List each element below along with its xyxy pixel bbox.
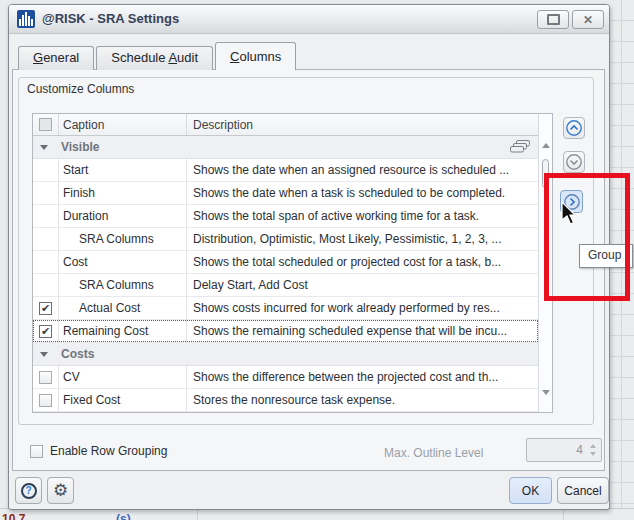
group-box-title: Customize Columns [27,82,134,96]
help-icon: ? [21,483,37,499]
columns-tab-page: Customize Columns Caption Description Vi… [12,69,605,471]
row-checkbox[interactable] [39,394,52,407]
grid-body: VisibleStartShows the date when an assig… [33,136,538,412]
description-cell: Shows costs incurred for work already pe… [187,297,538,319]
tab-columns[interactable]: Columns [215,42,296,70]
spinner-down-icon[interactable] [590,452,596,456]
screen: 10.7 (s) @RISK - SRA Settings ✕ [0,0,634,520]
window-title: @RISK - SRA Settings [42,5,179,33]
description-cell: Shows the total span of active working t… [187,205,538,227]
checkbox-cell [33,182,59,204]
spinner-value: 4 [576,439,583,461]
close-icon: ✕ [583,14,593,26]
close-button[interactable]: ✕ [572,10,604,29]
select-all-checkbox[interactable] [39,118,52,131]
red-annotation-rectangle [544,173,630,301]
caption-cell: Remaining Cost [59,320,187,342]
caption-cell: Start [59,159,187,181]
description-cell: Shows the remaining scheduled expense th… [187,320,538,342]
cancel-button[interactable]: Cancel [557,477,609,504]
grid-line [197,509,198,520]
description-cell: Shows the date when a task is scheduled … [187,182,538,204]
description-column-header[interactable]: Description [187,114,538,135]
maximize-icon [547,14,560,25]
caption-cell: Cost [59,251,187,273]
move-down-button[interactable] [563,151,585,173]
checkbox-cell: ✔ [33,320,59,342]
help-button[interactable]: ? [15,477,42,504]
collapse-triangle-icon[interactable] [40,352,48,357]
enable-row-grouping-checkbox[interactable] [30,445,43,458]
settings-button[interactable]: ⚙ ··· [47,477,74,504]
description-cell: Stores the nonresource task expense. [187,389,538,411]
pages-icon [510,140,532,156]
group-row-costs[interactable]: Costs [33,343,538,366]
maximize-button[interactable] [537,10,569,29]
checkbox-cell [33,251,59,273]
table-row-remaining-cost[interactable]: ✔Remaining CostShows the remaining sched… [33,320,538,343]
row-checkbox[interactable] [39,371,52,384]
scroll-up-icon[interactable] [542,143,550,148]
checkbox-cell [33,274,59,296]
chevron-up-icon [565,119,583,137]
max-outline-level-label: Max. Outline Level [384,446,483,460]
checkbox-cell [33,228,59,250]
spinner-up-icon[interactable] [590,444,596,448]
row-checkbox[interactable]: ✔ [39,325,52,338]
customize-columns-group: Customize Columns Caption Description Vi… [18,77,594,425]
scroll-down-icon[interactable] [542,390,550,395]
ok-button[interactable]: OK [509,477,552,504]
checkbox-cell [33,389,59,411]
group-row-label: Costs [61,347,94,361]
caption-cell: Finish [59,182,187,204]
clipped-cell-text: 10.7 [2,512,25,520]
group-row-label: Visible [61,140,99,154]
tab-bar: GeneralSchedule AuditColumns [18,42,298,70]
table-row-actual-cost[interactable]: ✔Actual CostShows costs incurred for wor… [33,297,538,320]
mouse-cursor [561,201,581,231]
row-checkbox[interactable]: ✔ [39,302,52,315]
description-cell: Shows the difference between the project… [187,366,538,388]
table-row-sra-columns[interactable]: SRA ColumnsDelay Start, Add Cost [33,274,538,297]
collapse-triangle-icon[interactable] [40,145,48,150]
table-row-cost[interactable]: CostShows the total scheduled or project… [33,251,538,274]
description-cell: Delay Start, Add Cost [187,274,538,296]
chevron-down-icon [565,153,583,171]
sra-settings-dialog: @RISK - SRA Settings ✕ GeneralSchedule A… [8,4,610,510]
table-row-start[interactable]: StartShows the date when an assigned res… [33,159,538,182]
enable-row-grouping-label: Enable Row Grouping [50,444,167,458]
select-all-cell [33,114,59,135]
checkbox-cell: ✔ [33,297,59,319]
gear-dots: ··· [48,489,73,496]
caption-cell: CV [59,366,187,388]
tab-schedule-audit[interactable]: Schedule Audit [96,46,213,70]
checkbox-cell [33,366,59,388]
table-row-cv[interactable]: CVShows the difference between the proje… [33,366,538,389]
grid-line [563,509,564,520]
grid-header: Caption Description [33,114,538,136]
checkbox-cell [33,205,59,227]
max-outline-level-spinner[interactable]: 4 [526,438,602,462]
table-row-duration[interactable]: DurationShows the total span of active w… [33,205,538,228]
columns-grid: Caption Description VisibleStartShows th… [32,113,553,413]
caption-cell: Duration [59,205,187,227]
table-row-sra-columns[interactable]: SRA ColumnsDistribution, Optimistic, Mos… [33,228,538,251]
clipped-cell-text: (s) [116,512,131,520]
title-bar[interactable]: @RISK - SRA Settings ✕ [9,5,609,34]
description-cell: Distribution, Optimistic, Most Likely, P… [187,228,538,250]
tab-general[interactable]: General [18,46,94,70]
caption-cell: Actual Cost [59,297,187,319]
table-row-fixed-cost[interactable]: Fixed CostStores the nonresource task ex… [33,389,538,412]
caption-cell: SRA Columns [59,228,187,250]
caption-column-header[interactable]: Caption [59,114,187,135]
checkbox-cell [33,159,59,181]
caption-cell: Fixed Cost [59,389,187,411]
caption-cell: SRA Columns [59,274,187,296]
risk-histogram-icon [17,10,35,28]
description-cell: Shows the date when an assigned resource… [187,159,538,181]
description-cell: Shows the total scheduled or projected c… [187,251,538,273]
move-up-button[interactable] [563,117,585,139]
table-row-finish[interactable]: FinishShows the date when a task is sche… [33,182,538,205]
group-row-visible[interactable]: Visible [33,136,538,159]
